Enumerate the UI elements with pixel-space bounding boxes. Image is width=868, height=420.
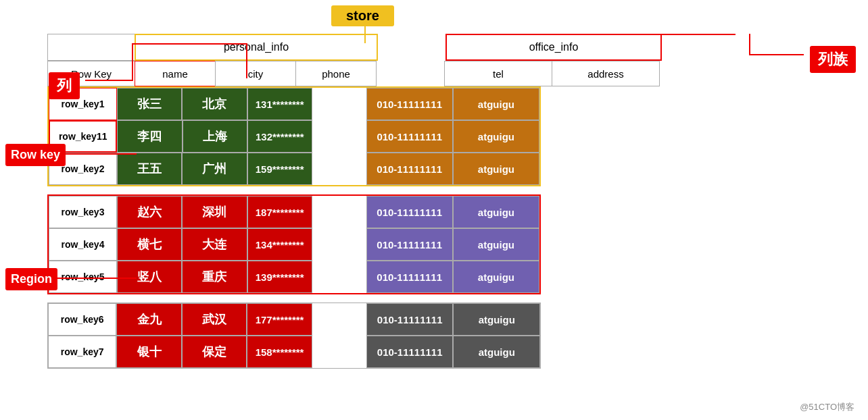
cell-addr4: atguigu	[453, 228, 539, 261]
cell-tel7: 010-11111111	[366, 336, 454, 368]
col-label: 列	[49, 72, 80, 99]
cell-city7: 保定	[182, 336, 247, 368]
cell-addr3: atguigu	[453, 196, 539, 228]
data-row-6: row_key6 金九 武汉 177******** 010-11111111 …	[48, 303, 540, 336]
cell-city6: 武汉	[182, 303, 247, 336]
cell-tel3: 010-11111111	[366, 196, 453, 228]
cell-rk6: row_key6	[48, 303, 116, 336]
region-label: Region	[5, 268, 57, 290]
row-spacer	[312, 120, 366, 153]
cell-city11: 上海	[183, 120, 247, 153]
cell-rk7: row_key7	[48, 336, 116, 368]
cell-city5: 重庆	[182, 261, 247, 293]
col-tel: tel	[444, 61, 552, 86]
cell-rk4: row_key4	[49, 228, 117, 261]
cell-phone2: 159********	[247, 153, 312, 185]
cell-phone7: 158********	[247, 336, 312, 368]
liezu-label: 列族	[810, 46, 856, 73]
personal-info-header: personal_info	[135, 34, 378, 61]
data-row-4: row_key4 横七 大连 134******** 010-11111111 …	[49, 228, 539, 261]
col-line-v	[132, 43, 133, 81]
cell-phone3: 187********	[247, 196, 312, 228]
row-spacer	[312, 261, 366, 293]
cell-addr6: atguigu	[453, 303, 540, 336]
cell-name3: 赵六	[117, 196, 182, 228]
cell-tel1: 010-11111111	[366, 88, 453, 120]
cell-tel6: 010-11111111	[366, 303, 454, 336]
plain-group: row_key6 金九 武汉 177******** 010-11111111 …	[47, 303, 541, 369]
cell-rk3: row_key3	[49, 196, 117, 228]
cell-tel4: 010-11111111	[366, 228, 453, 261]
main-container: store 列 Row key Region 列族 personal_info	[0, 0, 868, 420]
cell-phone11: 132********	[247, 120, 312, 153]
cell-name7: 银十	[116, 336, 182, 368]
data-row-2: row_key2 王五 广州 159******** 010-11111111 …	[49, 153, 539, 185]
gap1	[47, 186, 825, 194]
row-spacer	[312, 303, 366, 336]
data-row-5: row_key5 竖八 重庆 139******** 010-11111111 …	[49, 261, 539, 293]
rowkey-label: Row key	[5, 144, 66, 166]
data-row-3: row_key3 赵六 深圳 187******** 010-11111111 …	[49, 196, 539, 228]
store-group: row_key1 张三 北京 131******** 010-11111111 …	[47, 86, 541, 186]
cell-tel11: 010-11111111	[366, 120, 453, 153]
cell-city1: 北京	[182, 88, 247, 120]
region-group: row_key3 赵六 深圳 187******** 010-11111111 …	[47, 194, 541, 294]
cell-addr5: atguigu	[453, 261, 539, 293]
cell-addr7: atguigu	[453, 336, 540, 368]
region-line-h	[55, 278, 137, 279]
col-phone: phone	[295, 61, 377, 86]
cell-name5: 竖八	[117, 261, 182, 293]
col-line-h2	[132, 43, 247, 45]
liezu-line-h	[750, 54, 804, 55]
row-spacer	[312, 153, 366, 185]
cell-addr11: atguigu	[453, 120, 539, 153]
diagram-structure: personal_info office_info Row Key name c…	[47, 34, 825, 369]
gap2	[47, 294, 825, 303]
liezu-line-h2	[560, 34, 736, 35]
col-spacer	[377, 61, 444, 86]
data-row-1: row_key11 李四 上海 132******** 010-11111111…	[49, 120, 539, 153]
cell-phone1: 131********	[247, 88, 312, 120]
cell-phone4: 134********	[247, 228, 312, 261]
store-connector-v	[364, 24, 366, 43]
store-label: store	[331, 5, 394, 26]
data-row-7: row_key7 银十 保定 158******** 010-11111111 …	[48, 336, 540, 368]
col-name-row: Row Key name city phone tel address	[47, 61, 825, 86]
watermark: @51CTO博客	[800, 401, 854, 413]
liezu-line-v	[749, 34, 750, 55]
rowkey-line-h	[61, 153, 137, 155]
spacer	[378, 34, 445, 61]
data-row-0: row_key1 张三 北京 131******** 010-11111111 …	[49, 88, 539, 120]
row-spacer	[312, 88, 366, 120]
cell-phone6: 177********	[247, 303, 312, 336]
office-info-header: office_info	[445, 34, 662, 61]
empty-header	[47, 34, 135, 61]
cell-city3: 深圳	[182, 196, 247, 228]
cf-header-row: personal_info office_info	[47, 34, 825, 61]
cell-name4: 横七	[117, 228, 182, 261]
col-address: address	[552, 61, 660, 86]
row-spacer	[312, 228, 366, 261]
col-line-v2	[246, 43, 247, 78]
cell-phone5: 139********	[247, 261, 312, 293]
cell-addr1: atguigu	[453, 88, 539, 120]
row-spacer	[312, 336, 366, 368]
cell-name2: 王五	[117, 153, 182, 185]
cell-name1: 张三	[117, 88, 182, 120]
cell-tel2: 010-11111111	[366, 153, 453, 185]
cell-city2: 广州	[182, 153, 247, 185]
col-name: name	[135, 61, 216, 86]
row-spacer	[312, 196, 366, 228]
cell-city4: 大连	[182, 228, 247, 261]
cell-tel5: 010-11111111	[366, 261, 453, 293]
col-city: city	[215, 61, 296, 86]
cell-addr2: atguigu	[453, 153, 539, 185]
col-line-h	[85, 80, 132, 81]
cell-rk5: row_key5	[49, 261, 117, 293]
cell-name6: 金九	[116, 303, 182, 336]
cell-name11: 李四	[117, 120, 182, 153]
